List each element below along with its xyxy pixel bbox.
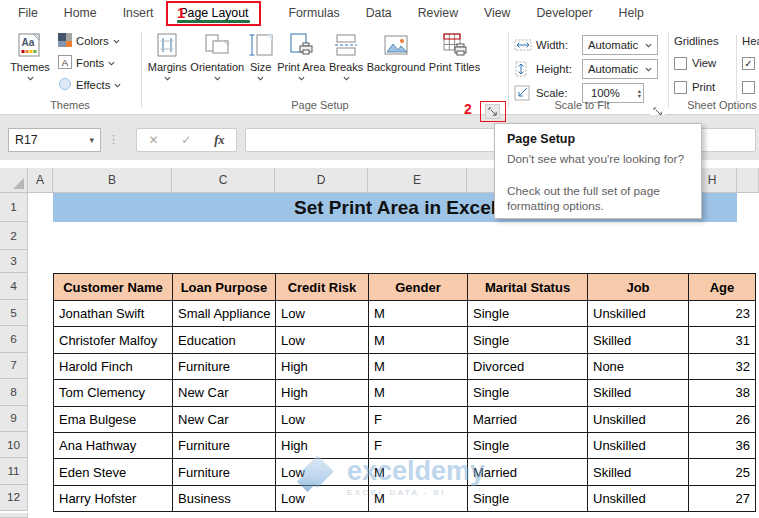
insert-function-button[interactable]: fx xyxy=(214,133,224,148)
table-cell[interactable]: M xyxy=(369,380,468,406)
background-button[interactable]: Background xyxy=(365,28,427,106)
row-header-11[interactable]: 11 xyxy=(0,458,28,484)
column-header-C[interactable]: C xyxy=(172,168,275,192)
tab-insert[interactable]: Insert xyxy=(110,2,167,25)
table-cell[interactable]: Single xyxy=(468,327,588,353)
tab-home[interactable]: Home xyxy=(51,2,110,25)
tab-developer[interactable]: Developer xyxy=(523,2,605,25)
tab-review[interactable]: Review xyxy=(405,2,471,25)
table-cell[interactable]: New Car xyxy=(173,406,276,432)
table-cell[interactable]: High xyxy=(276,353,369,379)
table-cell[interactable]: Harold Finch xyxy=(54,353,173,379)
table-cell[interactable]: 26 xyxy=(689,406,756,432)
column-header-B[interactable]: B xyxy=(53,168,172,192)
themes-button[interactable]: Aa Themes xyxy=(6,28,54,81)
table-cell[interactable]: Unskilled xyxy=(588,406,689,432)
select-all-corner[interactable] xyxy=(0,168,28,192)
effects-button[interactable]: Effects xyxy=(58,76,140,94)
margins-button[interactable]: Margins xyxy=(146,28,189,106)
row-header-6[interactable]: 6 xyxy=(0,326,28,352)
table-cell[interactable]: Furniture xyxy=(173,432,276,458)
width-dropdown[interactable]: Automatic xyxy=(582,35,658,55)
headings-view-checkbox[interactable]: ✓View xyxy=(742,55,759,71)
enter-icon[interactable]: ✓ xyxy=(181,133,191,147)
table-cell[interactable]: Single xyxy=(468,301,588,327)
tab-help[interactable]: Help xyxy=(606,2,657,25)
table-cell[interactable]: Furniture xyxy=(173,353,276,379)
table-cell[interactable]: 23 xyxy=(689,301,756,327)
table-cell[interactable]: M xyxy=(369,485,468,511)
table-cell[interactable]: Business xyxy=(173,485,276,511)
gridlines-print-checkbox[interactable]: Print xyxy=(674,79,719,95)
table-cell[interactable]: New Car xyxy=(173,380,276,406)
gridlines-view-checkbox[interactable]: View xyxy=(674,55,719,71)
table-header-cell[interactable]: Credit Risk xyxy=(276,274,369,301)
table-header-cell[interactable]: Marital Status xyxy=(468,274,588,301)
table-cell[interactable]: 36 xyxy=(689,432,756,458)
row-header-3[interactable]: 3 xyxy=(0,250,28,273)
table-cell[interactable]: Eden Steve xyxy=(54,459,173,485)
table-cell[interactable]: Unskilled xyxy=(588,301,689,327)
table-cell[interactable]: 32 xyxy=(689,353,756,379)
colors-button[interactable]: Colors xyxy=(58,32,140,50)
table-cell[interactable]: Married xyxy=(468,459,588,485)
table-cell[interactable]: M xyxy=(369,327,468,353)
table-header-cell[interactable]: Gender xyxy=(369,274,468,301)
table-cell[interactable]: Skilled xyxy=(588,327,689,353)
row-header-1[interactable]: 1 xyxy=(0,193,28,222)
tab-formulas[interactable]: Formulas xyxy=(275,2,352,25)
headings-print-checkbox[interactable] xyxy=(742,79,759,95)
table-cell[interactable]: Low xyxy=(276,485,369,511)
size-button[interactable]: Size xyxy=(246,28,275,106)
table-cell[interactable]: Harry Hofster xyxy=(54,485,173,511)
table-cell[interactable]: High xyxy=(276,432,369,458)
table-cell[interactable]: Low xyxy=(276,327,369,353)
table-cell[interactable]: F xyxy=(369,432,468,458)
table-cell[interactable]: High xyxy=(276,380,369,406)
height-dropdown[interactable]: Automatic xyxy=(582,59,658,79)
row-header-2[interactable]: 2 xyxy=(0,222,28,250)
table-cell[interactable]: Skilled xyxy=(588,380,689,406)
name-box-dropdown-icon[interactable]: ▾ xyxy=(89,135,94,145)
table-cell[interactable]: 27 xyxy=(689,485,756,511)
fonts-button[interactable]: A Fonts xyxy=(58,54,140,72)
table-header-cell[interactable]: Job xyxy=(588,274,689,301)
table-cell[interactable]: Education xyxy=(173,327,276,353)
table-header-cell[interactable]: Age xyxy=(689,274,756,301)
table-cell[interactable]: M xyxy=(369,353,468,379)
column-header-D[interactable]: D xyxy=(275,168,368,192)
spinner-arrows-icon[interactable]: ▴▾ xyxy=(638,88,641,98)
print-area-button[interactable]: Print Area xyxy=(275,28,327,106)
cancel-icon[interactable]: ✕ xyxy=(148,133,158,147)
tab-data[interactable]: Data xyxy=(353,2,405,25)
row-header-12[interactable]: 12 xyxy=(0,485,28,511)
orientation-button[interactable]: Orientation xyxy=(189,28,246,106)
name-box[interactable]: R17▾ xyxy=(8,128,101,152)
table-cell[interactable]: Low xyxy=(276,301,369,327)
table-cell[interactable]: Married xyxy=(468,406,588,432)
table-cell[interactable]: Christofer Malfoy xyxy=(54,327,173,353)
print-titles-button[interactable]: Print Titles xyxy=(427,28,482,106)
table-cell[interactable]: Unskilled xyxy=(588,432,689,458)
table-cell[interactable]: M xyxy=(369,301,468,327)
table-cell[interactable]: Jonathan Swift xyxy=(54,301,173,327)
table-header-cell[interactable]: Customer Name xyxy=(54,274,173,301)
table-cell[interactable]: Ana Hathway xyxy=(54,432,173,458)
table-cell[interactable]: Single xyxy=(468,380,588,406)
table-cell[interactable]: Ema Bulgese xyxy=(54,406,173,432)
table-cell[interactable]: F xyxy=(369,406,468,432)
tab-file[interactable]: File xyxy=(5,2,51,25)
row-header-9[interactable]: 9 xyxy=(0,406,28,432)
table-cell[interactable]: Tom Clemency xyxy=(54,380,173,406)
table-cell[interactable]: Low xyxy=(276,406,369,432)
column-header-A[interactable]: A xyxy=(28,168,53,192)
table-cell[interactable]: Unskilled xyxy=(588,485,689,511)
breaks-button[interactable]: Breaks xyxy=(327,28,365,106)
table-cell[interactable]: 38 xyxy=(689,380,756,406)
table-cell[interactable]: Furniture xyxy=(173,459,276,485)
row-header-8[interactable]: 8 xyxy=(0,379,28,405)
row-header-4[interactable]: 4 xyxy=(0,273,28,300)
table-cell[interactable]: 31 xyxy=(689,327,756,353)
row-header-7[interactable]: 7 xyxy=(0,353,28,379)
table-cell[interactable]: M xyxy=(369,459,468,485)
